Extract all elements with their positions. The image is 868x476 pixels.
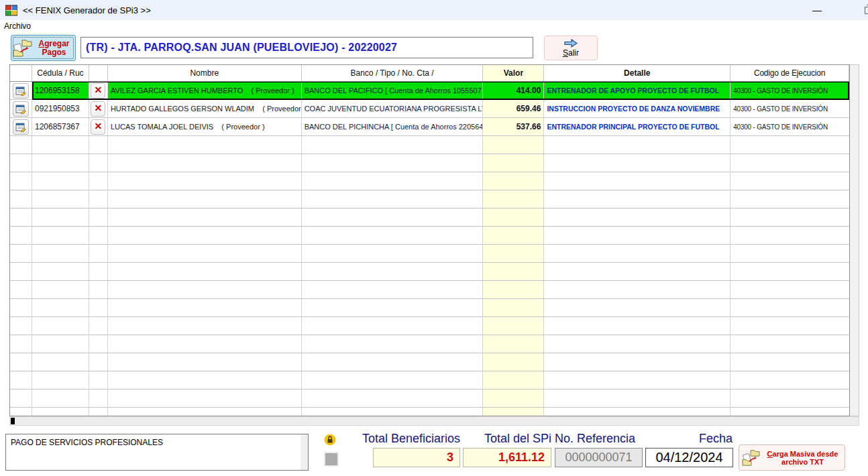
edit-form-icon: [15, 104, 26, 114]
delete-row-button[interactable]: ✕: [91, 101, 105, 117]
table-vertical-scrollbar[interactable]: [850, 64, 859, 416]
table-row[interactable]: [10, 353, 849, 371]
header-edit-col: [10, 65, 32, 81]
payment-description-field[interactable]: PAGO DE SERVICIOS PROFESIONALES: [5, 434, 309, 471]
delete-row-button[interactable]: ✕: [91, 119, 105, 135]
cedula-cell: [32, 154, 89, 172]
delete-cell: [89, 281, 108, 298]
window-title: << FENIX Generador de SPi3 >>: [23, 5, 151, 15]
table-row[interactable]: [10, 371, 849, 390]
table-row[interactable]: [10, 299, 849, 317]
table-row[interactable]: [10, 263, 849, 281]
table-row[interactable]: [10, 335, 849, 353]
table-row[interactable]: [10, 190, 849, 209]
cedula-cell: [32, 263, 89, 280]
banco-cell: [302, 408, 484, 416]
delete-row-button[interactable]: ✕: [91, 83, 105, 99]
codigo-cell: [730, 136, 849, 154]
detalle-cell: [544, 154, 730, 172]
status-square-button[interactable]: [324, 452, 339, 467]
delete-cell: [89, 335, 108, 353]
banco-cell: [302, 136, 484, 154]
edit-row-button[interactable]: [13, 119, 29, 135]
cedula-cell: [32, 245, 89, 262]
table-row[interactable]: [10, 227, 849, 245]
nombre-cell: [108, 263, 302, 280]
table-row[interactable]: [10, 136, 849, 154]
nombre-cell: [108, 190, 302, 208]
edit-row-button[interactable]: [13, 83, 29, 99]
codigo-cell: [730, 335, 849, 353]
edit-cell: [10, 390, 32, 407]
restore-button[interactable]: [853, 0, 868, 20]
edit-row-button[interactable]: [13, 101, 29, 117]
lock-icon: [324, 434, 336, 446]
nombre-cell: [108, 281, 302, 298]
table-row[interactable]: 1206857367✕LUCAS TOMALA JOEL DEIVIS ( Pr…: [10, 118, 849, 136]
codigo-cell: [730, 154, 849, 172]
detalle-cell: [544, 209, 730, 226]
delete-cell: [89, 390, 108, 407]
delete-cell: [89, 317, 108, 335]
table-row[interactable]: [10, 317, 849, 335]
detalle-cell: [544, 245, 730, 262]
detalle-cell: [544, 335, 730, 353]
total-beneficiarios-field[interactable]: 3: [373, 448, 460, 467]
edit-cell: [10, 245, 32, 262]
banco-cell: COAC JUVENTUD ECUATORIANA PROGRESISTA LT…: [302, 100, 484, 117]
cedula-cell: [32, 209, 89, 226]
table-row[interactable]: [10, 390, 849, 408]
horizontal-scroll-thumb[interactable]: [11, 418, 15, 424]
codigo-cell: 40300 - GASTO DE INVERSIÓN: [730, 82, 849, 99]
table-row[interactable]: [10, 154, 849, 172]
delete-cell: [89, 136, 108, 154]
codigo-cell: 40300 - GASTO DE INVERSIÓN: [730, 100, 849, 117]
valor-cell: 537.66: [483, 118, 544, 135]
edit-cell: [10, 227, 32, 244]
banco-cell: [302, 172, 484, 190]
delete-cell: [89, 209, 108, 226]
table-row[interactable]: [10, 281, 849, 299]
table-row[interactable]: [10, 245, 849, 263]
detalle-cell: [544, 299, 730, 316]
carga-masiva-button[interactable]: Carga Masiva desde archivo TXT: [739, 444, 845, 471]
codigo-cell: [730, 245, 849, 262]
document-title-field[interactable]: (TR) - JTA. PARROQ.SAN JUAN (PUEBLOVIEJO…: [80, 37, 533, 58]
detalle-cell: [544, 317, 730, 335]
table-horizontal-scrollbar[interactable]: [9, 416, 859, 426]
valor-cell: [483, 136, 544, 154]
banco-cell: [302, 209, 484, 226]
table-row[interactable]: 1206953158✕AVILEZ GARCIA ESTIVEN HUMBERT…: [10, 82, 849, 100]
table-row[interactable]: 0921950853✕HURTADO GALLEGOS GERSON WLADI…: [10, 100, 849, 118]
edit-cell: [10, 371, 32, 389]
table-row[interactable]: [10, 209, 849, 227]
salir-button[interactable]: Salir: [544, 36, 598, 60]
table-body: 1206953158✕AVILEZ GARCIA ESTIVEN HUMBERT…: [10, 82, 849, 416]
edit-cell: [10, 154, 32, 172]
banco-cell: [302, 317, 484, 335]
banco-cell: [302, 335, 484, 353]
nombre-cell: [108, 209, 302, 226]
nombre-cell: [108, 335, 302, 353]
cedula-cell: 0921950853: [32, 100, 89, 117]
minimize-button[interactable]: —: [802, 0, 832, 20]
table-row[interactable]: [10, 172, 849, 190]
edit-cell: [10, 190, 32, 208]
edit-cell: [10, 408, 32, 416]
total-spi-field[interactable]: 1,611.12: [463, 448, 551, 467]
detalle-cell: [544, 263, 730, 280]
detalle-cell: [544, 136, 730, 154]
detalle-cell: [544, 227, 730, 244]
fecha-field[interactable]: 04/12/2024: [645, 448, 733, 467]
description-scrollbar[interactable]: [301, 434, 308, 470]
agregar-pagos-button[interactable]: Agregar Pagos: [11, 35, 76, 61]
nombre-cell: [108, 353, 302, 371]
table-row[interactable]: [10, 408, 849, 416]
header-delete-col: [89, 65, 108, 81]
exit-arrow-icon: [563, 39, 578, 48]
carga-masiva-label: Carga Masiva desde archivo TXT: [761, 450, 845, 466]
menu-archivo[interactable]: Archivo: [0, 21, 35, 31]
edit-cell: [10, 299, 32, 316]
codigo-cell: [730, 299, 849, 316]
nombre-cell: [108, 245, 302, 262]
